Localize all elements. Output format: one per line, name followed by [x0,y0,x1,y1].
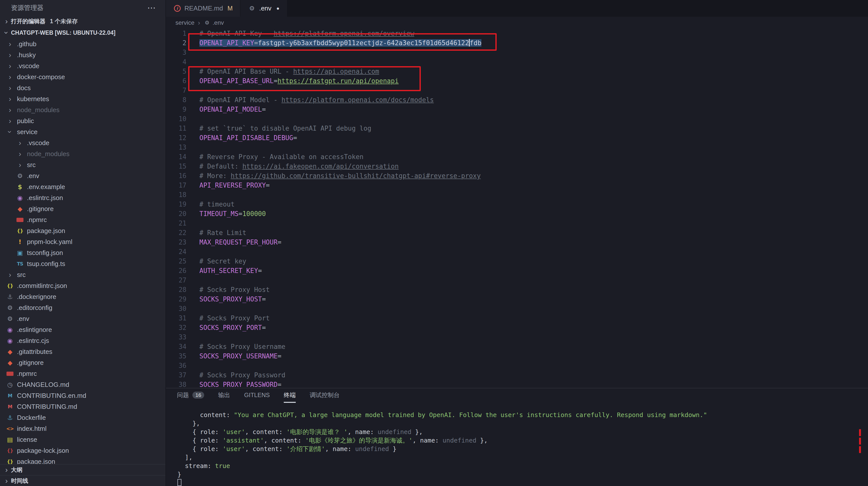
tree-item-.env[interactable]: ⚙.env [0,313,165,324]
code-line-27[interactable]: 27 [166,276,868,285]
code-line-19[interactable]: 19# timeout [166,200,868,209]
code-line-2[interactable]: 2OPENAI_API_KEY=fastgpt-y6b3axfbdd5wyp01… [166,38,868,48]
code-line-12[interactable]: 12OPENAI_API_DISABLE_DEBUG= [166,133,868,143]
timeline-section[interactable]: › 时间线 [0,475,165,486]
code-line-26[interactable]: 26AUTH_SECRET_KEY= [166,266,868,276]
workspace-section[interactable]: › CHATGPT-WEB [WSL: UBUNTU-22.04] [0,27,165,38]
tree-item-.eslintignore[interactable]: ◉.eslintignore [0,324,165,335]
tree-item-CHANGELOG.md[interactable]: ◷CHANGELOG.md [0,379,165,390]
tree-item-.env[interactable]: ⚙.env [0,170,165,181]
breadcrumb-item-service[interactable]: service [176,19,194,26]
tree-item-.dockerignore[interactable]: ⚓.dockerignore [0,291,165,302]
tree-item-src[interactable]: ›src [0,159,165,170]
code-line-18[interactable]: 18 [166,190,868,200]
code-line-5[interactable]: 5# OpenAI API Base URL - https://api.ope… [166,67,868,76]
panel-tab-terminal[interactable]: 终端 [284,388,296,403]
code-line-30[interactable]: 30 [166,304,868,313]
code-editor[interactable]: 1# OpenAI API Key - https://platform.ope… [166,29,868,388]
code-line-37[interactable]: 37# Socks Proxy Password [166,370,868,380]
tree-item-.env.example[interactable]: $.env.example [0,181,165,192]
panel-tab-gitlens[interactable]: GITLENS [244,388,270,403]
tree-item-src[interactable]: ›src [0,269,165,280]
code-line-7[interactable]: 7 [166,86,868,95]
code-line-6[interactable]: 6OPENAI_API_BASE_URL=https://fastgpt.run… [166,76,868,86]
code-line-15[interactable]: 15# Default: https://ai.fakeopen.com/api… [166,162,868,171]
tree-item-.gitignore[interactable]: ◆.gitignore [0,357,165,368]
code-line-33[interactable]: 33 [166,333,868,342]
markdown-red-icon: M [5,404,15,409]
chevron-right-icon: › [5,51,15,59]
tree-item-tsconfig.json[interactable]: ▣tsconfig.json [0,247,165,258]
tree-item-docs[interactable]: ›docs [0,82,165,93]
code-line-35[interactable]: 35SOCKS_PROXY_USERNAME= [166,351,868,361]
tree-item-.npmrc[interactable]: .npmrc [0,368,165,379]
tree-item-.vscode[interactable]: ›.vscode [0,60,165,72]
panel-tab-debug-console[interactable]: 调试控制台 [310,388,340,403]
breadcrumb-item-.env[interactable]: ⚙.env [204,19,224,26]
code-line-38[interactable]: 38SOCKS_PROXY_PASSWORD= [166,380,868,388]
code-line-1[interactable]: 1# OpenAI API Key - https://platform.ope… [166,29,868,38]
code-line-21[interactable]: 21 [166,219,868,228]
code-line-24[interactable]: 24 [166,247,868,256]
tree-item-.eslintrc.json[interactable]: ◉.eslintrc.json [0,192,165,203]
code-line-34[interactable]: 34# Socks Proxy Username [166,342,868,351]
tab-env[interactable]: ⚙.env● [241,0,287,17]
unsaved-dot-icon[interactable]: ● [277,5,280,11]
code-line-25[interactable]: 25# Secret key [166,256,868,266]
code-line-14[interactable]: 14# Reverse Proxy - Available on accessT… [166,152,868,162]
code-line-36[interactable]: 36 [166,361,868,370]
tree-item-node_modules[interactable]: ›node_modules [0,105,165,115]
open-editors-section[interactable]: › 打开的编辑器 1 个未保存 [0,16,165,27]
tree-item-.husky[interactable]: ›.husky [0,50,165,60]
terminal[interactable]: content: "You are ChatGPT, a large langu… [166,403,868,486]
code-line-31[interactable]: 31# Socks Proxy Port [166,313,868,323]
code-line-9[interactable]: 9OPENAI_API_MODEL= [166,105,868,114]
tree-item-Dockerfile[interactable]: ⚓Dockerfile [0,412,165,423]
tree-item-label: kubernetes [17,95,49,103]
tree-item-.editorconfig[interactable]: ⚙.editorconfig [0,302,165,313]
tree-item-package.json[interactable]: {}package.json [0,456,165,464]
code-line-8[interactable]: 8# OpenAI API Model - https://platform.o… [166,95,868,105]
tree-item-node_modules[interactable]: ›node_modules [0,148,165,159]
code-line-20[interactable]: 20TIMEOUT_MS=100000 [166,209,868,219]
tree-item-pnpm-lock.yaml[interactable]: !pnpm-lock.yaml [0,236,165,247]
tree-item-CONTRIBUTING.en.md[interactable]: MCONTRIBUTING.en.md [0,390,165,401]
tree-item-label: .gitignore [17,359,44,367]
tree-item-public[interactable]: ›public [0,115,165,126]
code-line-29[interactable]: 29SOCKS_PROXY_HOST= [166,294,868,304]
tree-item-kubernetes[interactable]: ›kubernetes [0,93,165,105]
tree-item-.gitignore[interactable]: ◆.gitignore [0,203,165,214]
tree-item-package.json[interactable]: {}package.json [0,225,165,236]
code-line-16[interactable]: 16# More: https://github.com/transitive-… [166,171,868,180]
code-line-13[interactable]: 13 [166,143,868,152]
tree-item-docker-compose[interactable]: ›docker-compose [0,72,165,82]
code-line-17[interactable]: 17API_REVERSE_PROXY= [166,180,868,190]
tree-item-.vscode[interactable]: ›.vscode [0,137,165,148]
code-line-28[interactable]: 28# Socks Proxy Host [166,285,868,294]
code-line-23[interactable]: 23MAX_REQUEST_PER_HOUR= [166,237,868,247]
more-actions-icon[interactable]: ⋯ [147,3,156,13]
tree-item-CONTRIBUTING.md[interactable]: MCONTRIBUTING.md [0,401,165,412]
tree-item-.commitlintrc.json[interactable]: {}.commitlintrc.json [0,280,165,291]
outline-section[interactable]: › 大纲 [0,464,165,475]
panel-tab-problems[interactable]: 问题16 [177,388,204,403]
tree-item-tsup.config.ts[interactable]: TStsup.config.ts [0,258,165,269]
tree-item-index.html[interactable]: <>index.html [0,423,165,434]
line-text: # Socks Proxy Port [199,313,270,323]
tab-readme-md[interactable]: iREADME.mdM [166,0,241,17]
code-line-10[interactable]: 10 [166,114,868,124]
code-line-22[interactable]: 22# Rate Limit [166,228,868,237]
tree-item-.gitattributes[interactable]: ◆.gitattributes [0,346,165,357]
code-line-4[interactable]: 4 [166,57,868,67]
tree-item-package-lock.json[interactable]: {}package-lock.json [0,445,165,456]
tree-item-.eslintrc.cjs[interactable]: ◉.eslintrc.cjs [0,335,165,346]
tree-item-license[interactable]: ▤license [0,434,165,445]
tree-item-.github[interactable]: ›.github [0,38,165,50]
tree-item-.npmrc[interactable]: .npmrc [0,214,165,225]
code-line-11[interactable]: 11# set `true` to disable OpenAI API deb… [166,124,868,133]
code-line-32[interactable]: 32SOCKS_PROXY_PORT= [166,323,868,333]
tree-item-label: public [17,117,34,125]
code-line-3[interactable]: 3 [166,48,868,57]
tree-item-service[interactable]: ›service [0,126,165,137]
panel-tab-output[interactable]: 输出 [218,388,230,403]
